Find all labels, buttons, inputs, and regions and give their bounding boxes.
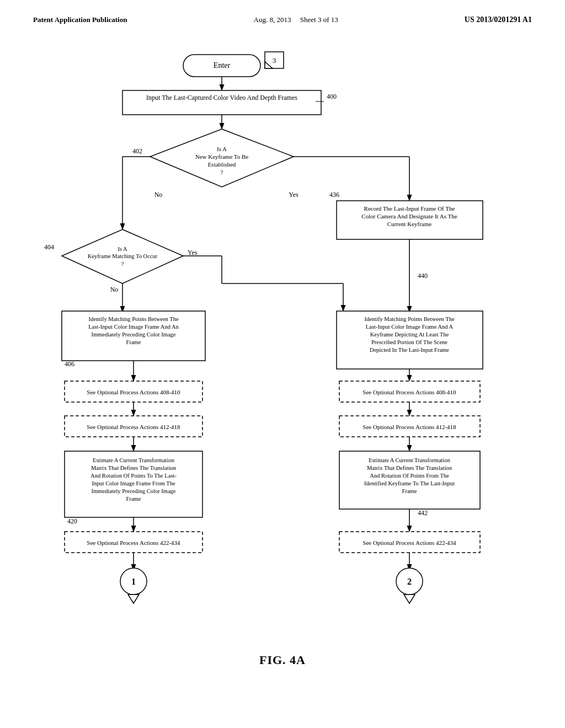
svg-text:Frame: Frame (402, 488, 417, 494)
svg-text:New Keyframe To Be: New Keyframe To Be (195, 153, 249, 160)
svg-text:Is A: Is A (118, 246, 127, 252)
flowchart-svg: Enter 3 Input The Last-Captured Color Vi… (34, 41, 531, 647)
svg-text:Established: Established (208, 161, 236, 168)
svg-text:Frame: Frame (126, 496, 141, 502)
svg-text:Matrix That Defines The Transl: Matrix That Defines The Translation (91, 465, 177, 471)
svg-text:Current Keyframe: Current Keyframe (387, 221, 431, 227)
svg-text:400: 400 (327, 93, 337, 100)
header-center: Aug. 8, 2013 Sheet 3 of 13 (254, 15, 338, 24)
svg-text:Prescribed Portion Of The Scen: Prescribed Portion Of The Scene (371, 339, 447, 345)
svg-text:See Optional Process Actions 4: See Optional Process Actions 412-418 (87, 424, 180, 430)
svg-text:Immediately Preceding Color Im: Immediately Preceding Color Image (91, 331, 175, 338)
svg-text:2: 2 (407, 577, 412, 586)
svg-text:And Rotation Of Points To The : And Rotation Of Points To The Last- (90, 473, 177, 479)
page-header: Patent Application Publication Aug. 8, 2… (0, 0, 565, 30)
svg-text:442: 442 (418, 509, 428, 517)
svg-text:Yes: Yes (188, 249, 198, 256)
svg-text:See Optional Process Actions 4: See Optional Process Actions 408-410 (363, 389, 456, 395)
svg-text:?: ? (121, 261, 124, 267)
svg-text:Matrix That Defines The Transl: Matrix That Defines The Translation (367, 465, 452, 471)
svg-text:1: 1 (131, 577, 136, 586)
header-date: Aug. 8, 2013 (254, 15, 291, 24)
svg-text:406: 406 (65, 360, 74, 368)
svg-text:3: 3 (273, 56, 276, 65)
svg-text:And Rotation Of Points From Th: And Rotation Of Points From The (370, 473, 449, 479)
svg-text:See Optional Process Actions 4: See Optional Process Actions 422-434 (363, 539, 456, 546)
svg-text:Frame: Frame (126, 339, 141, 345)
svg-text:436: 436 (329, 191, 339, 199)
header-right: US 2013/0201291 A1 (465, 15, 532, 24)
svg-text:Immediately Preceding Color Im: Immediately Preceding Color Image (91, 488, 175, 494)
svg-text:420: 420 (67, 517, 77, 525)
header-sheet: Sheet 3 of 13 (300, 15, 338, 24)
svg-text:Input The Last-Captured Color : Input The Last-Captured Color Video And … (146, 94, 297, 101)
svg-text:Is A: Is A (217, 146, 227, 152)
svg-text:Keyframe Depicting At Least Th: Keyframe Depicting At Least The (370, 331, 449, 338)
svg-text:404: 404 (44, 243, 54, 251)
svg-text:Last-Input Color Image Frame A: Last-Input Color Image Frame And A (366, 324, 454, 330)
svg-text:Record The Last-Input Frame Of: Record The Last-Input Frame Of The (364, 205, 455, 212)
svg-text:Estimate A Current Transformat: Estimate A Current Transformation (369, 457, 451, 463)
svg-text:Depicted In The Last-Input Fra: Depicted In The Last-Input Frame (370, 347, 449, 353)
figure-caption: FIG. 4A (33, 653, 532, 667)
svg-text:See Optional Process Actions 4: See Optional Process Actions 422-434 (87, 539, 180, 546)
svg-text:Estimate A Current Transformat: Estimate A Current Transformation (93, 457, 175, 463)
svg-text:See Optional Process Actions 4: See Optional Process Actions 412-418 (363, 424, 456, 430)
svg-text:440: 440 (418, 272, 428, 280)
header-left: Patent Application Publication (33, 15, 127, 24)
svg-text:Last-Input Color Image Frame A: Last-Input Color Image Frame And An (88, 324, 179, 330)
svg-text:Identify Matching Points Betwe: Identify Matching Points Between The (88, 316, 178, 322)
svg-text:Yes: Yes (289, 191, 299, 199)
svg-text:Identify Matching Points Betwe: Identify Matching Points Between The (364, 316, 454, 322)
svg-text:Identified Keyframe To The Las: Identified Keyframe To The Last-Input (364, 480, 455, 486)
diagram-area: Enter 3 Input The Last-Captured Color Vi… (0, 30, 565, 689)
svg-text:Enter: Enter (214, 61, 231, 69)
svg-marker-93 (128, 595, 139, 603)
svg-text:402: 402 (132, 147, 142, 155)
svg-text:See Optional Process Actions 4: See Optional Process Actions 408-410 (87, 389, 180, 395)
svg-text:Keyframe Matching To Occur: Keyframe Matching To Occur (88, 253, 158, 259)
svg-text:Color Camera And Designate It : Color Camera And Designate It As The (361, 213, 457, 220)
svg-text:?: ? (221, 169, 223, 175)
svg-marker-96 (404, 595, 415, 603)
svg-text:No: No (110, 286, 119, 293)
svg-text:No: No (154, 191, 163, 199)
svg-text:Input Color Image Frame From T: Input Color Image Frame From The (92, 480, 175, 486)
